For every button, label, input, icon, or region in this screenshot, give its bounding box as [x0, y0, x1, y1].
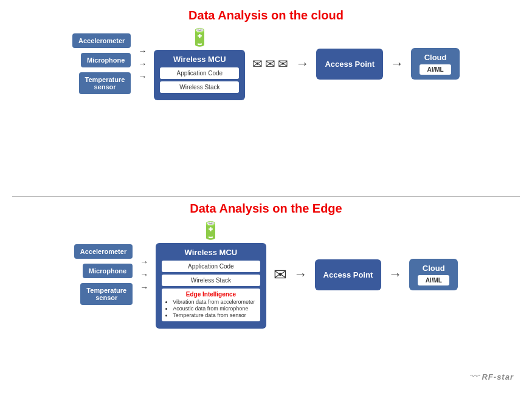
bottom-sensors-col: Accelerometer Microphone Temperaturesens… — [74, 244, 133, 305]
bottom-email-icons: ✉ — [274, 265, 287, 284]
email-icon-1: ✉ — [252, 56, 263, 71]
arrow-icon: → — [140, 282, 148, 292]
top-sensor-temperature: Temperaturesensor — [79, 72, 131, 94]
top-sensors-col: Accelerometer Microphone Temperaturesens… — [72, 33, 131, 94]
top-mcu-box: Wireless MCU Application Code Wireless S… — [154, 50, 245, 100]
email-icon-3: ✉ — [278, 56, 288, 71]
top-cloud-label: Cloud — [420, 53, 451, 62]
edge-item-0: Vibration data from accelerometer — [173, 299, 255, 305]
bottom-sensor-accelerometer: Accelerometer — [74, 244, 133, 259]
arrow-icon: → — [140, 270, 148, 279]
arrow-icon: → — [140, 257, 148, 267]
top-diagram: Accelerometer Microphone Temperaturesens… — [12, 27, 520, 100]
top-sensor-accelerometer: Accelerometer — [72, 33, 131, 48]
top-cloud-box: Cloud AI/ML — [411, 48, 460, 80]
bottom-arrow-to-ap-icon: → — [294, 267, 308, 282]
email-icon-2: ✉ — [265, 56, 275, 71]
arrow-icon: → — [138, 59, 147, 69]
top-app-code: Application Code — [160, 67, 239, 79]
bottom-access-point: Access Point — [315, 259, 382, 290]
top-title: Data Analysis on the cloud — [12, 9, 520, 22]
bottom-sensor-temperature: Temperaturesensor — [80, 283, 133, 305]
bottom-mcu-box: Wireless MCU Application Code Wireless S… — [156, 243, 266, 329]
edge-list: Vibration data from accelerometer Acoust… — [167, 299, 255, 318]
battery-full-icon: 🔋 — [200, 220, 221, 241]
bottom-sensor-microphone: Microphone — [83, 264, 133, 278]
rfstar-logo: 〰 RF-star — [469, 371, 514, 382]
edge-item-2: Temperature data from sensor — [173, 312, 255, 318]
top-wireless-stack: Wireless Stack — [160, 81, 239, 93]
bottom-cloud-label: Cloud — [418, 264, 449, 273]
top-arrows-to-mcu: → → → — [138, 46, 147, 81]
section-divider — [12, 196, 520, 197]
bottom-title: Data Analysis on the Edge — [12, 202, 520, 216]
bottom-arrows-to-mcu: → → → — [140, 257, 148, 292]
bottom-edge-box: Edge Intelligence Vibration data from ac… — [162, 289, 260, 321]
battery-icon: 🔋 — [189, 27, 210, 47]
bottom-app-code: Application Code — [162, 261, 260, 272]
arrow-icon: → — [138, 72, 147, 81]
rfstar-text: RF-star — [482, 372, 514, 381]
top-access-point: Access Point — [316, 49, 383, 80]
bottom-cloud-box: Cloud AI/ML — [409, 259, 458, 290]
bottom-arrow-to-cloud-icon: → — [389, 267, 402, 282]
top-email-icons: ✉ ✉ ✉ — [252, 56, 288, 71]
bottom-diagram: Accelerometer Microphone Temperaturesens… — [12, 220, 520, 329]
bottom-wireless-stack: Wireless Stack — [162, 275, 260, 286]
page: Data Analysis on the cloud Accelerometer… — [0, 0, 532, 393]
top-sensor-microphone: Microphone — [81, 53, 131, 67]
top-aiml-label: AI/ML — [420, 64, 451, 75]
bottom-section: Data Analysis on the Edge Accelerometer … — [12, 199, 520, 387]
top-mcu-container: 🔋 Wireless MCU Application Code Wireless… — [154, 27, 245, 100]
arrow-to-cloud-icon: → — [390, 56, 404, 72]
rfstar-wave-icon: 〰 — [469, 371, 479, 382]
edge-intelligence-title: Edge Intelligence — [167, 291, 255, 298]
bottom-mcu-title: Wireless MCU — [162, 248, 260, 257]
top-section: Data Analysis on the cloud Accelerometer… — [12, 6, 520, 194]
arrow-to-ap-icon: → — [295, 56, 309, 72]
email-icon-bottom: ✉ — [274, 265, 287, 284]
top-mcu-title: Wireless MCU — [160, 55, 239, 64]
bottom-mcu-container: 🔋 Wireless MCU Application Code Wireless… — [156, 220, 266, 329]
bottom-aiml-label: AI/ML — [418, 275, 449, 285]
edge-item-1: Acoustic data from microphone — [173, 306, 255, 312]
arrow-icon: → — [138, 46, 147, 56]
